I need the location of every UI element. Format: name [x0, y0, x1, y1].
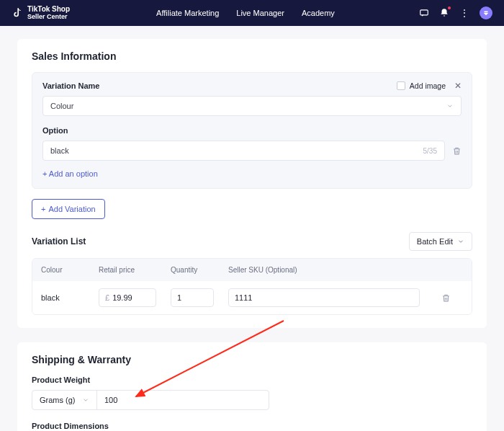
variation-name-value: Colour	[50, 102, 73, 110]
variation-name-select[interactable]: Colour	[42, 96, 462, 116]
chevron-down-icon	[457, 238, 464, 245]
weight-value: 100	[104, 396, 117, 404]
th-colour: Colour	[41, 266, 99, 274]
sales-title: Sales Information	[32, 50, 472, 62]
close-icon[interactable]: ✕	[454, 81, 462, 90]
product-weight-label: Product Weight	[32, 376, 472, 384]
price-input[interactable]: £ 19.99	[99, 288, 156, 307]
trash-icon[interactable]	[441, 293, 463, 303]
weight-unit-value: Grams (g)	[40, 396, 76, 404]
variation-name-label: Variation Name	[42, 81, 99, 90]
brand-title: TikTok Shop	[27, 6, 70, 13]
sku-value: 1111	[235, 293, 252, 302]
qty-value: 1	[177, 293, 181, 302]
chat-icon[interactable]	[419, 8, 429, 18]
product-dimensions-label: Product Dimensions	[32, 422, 472, 430]
svg-rect-0	[420, 10, 428, 15]
top-nav: TikTok Shop Seller Center Affiliate Mark…	[0, 0, 504, 26]
currency-symbol: £	[105, 293, 109, 302]
sales-information-card: Sales Information Variation Name Add ima…	[17, 39, 487, 328]
avatar[interactable]	[480, 6, 492, 19]
th-qty: Quantity	[171, 266, 228, 274]
th-price: Retail price	[99, 266, 171, 274]
tiktok-logo-icon	[12, 7, 23, 19]
bell-icon[interactable]	[439, 8, 449, 18]
table-row: black £ 19.99 1 1111	[32, 281, 472, 314]
batch-edit-label: Batch Edit	[417, 237, 453, 246]
nav-link-affiliate[interactable]: Affiliate Marketing	[156, 9, 219, 17]
shipping-warranty-card: Shipping & Warranty Product Weight Grams…	[17, 342, 487, 431]
brand-subtitle: Seller Center	[27, 13, 70, 20]
nav-link-live-manager[interactable]: Live Manager	[236, 9, 284, 17]
batch-edit-button[interactable]: Batch Edit	[409, 232, 472, 251]
cell-colour: black	[41, 293, 99, 302]
add-image-checkbox[interactable]: Add image	[397, 81, 446, 90]
chevron-down-icon	[446, 102, 454, 110]
checkbox-icon	[397, 81, 405, 90]
more-icon[interactable]: ⋮	[459, 8, 469, 18]
option-input[interactable]: black 5/35	[42, 141, 445, 161]
th-sku: Seller SKU (Optional)	[228, 266, 441, 274]
variation-list-title: Variation List	[32, 236, 86, 246]
add-option-button[interactable]: + Add an option	[42, 169, 462, 178]
option-char-counter: 5/35	[423, 147, 437, 155]
option-value-text: black	[50, 146, 69, 155]
add-variation-button[interactable]: + Add Variation	[32, 199, 105, 219]
trash-icon[interactable]	[452, 146, 462, 156]
nav-link-academy[interactable]: Academy	[302, 9, 335, 17]
option-label: Option	[42, 126, 462, 135]
weight-row: Grams (g) 100	[32, 390, 269, 410]
sku-input[interactable]: 1111	[228, 288, 420, 307]
table-header: Colour Retail price Quantity Seller SKU …	[32, 259, 472, 281]
qty-input[interactable]: 1	[171, 288, 214, 307]
variation-table: Colour Retail price Quantity Seller SKU …	[32, 258, 472, 315]
chevron-down-icon	[82, 396, 89, 404]
weight-unit-select[interactable]: Grams (g)	[32, 391, 97, 409]
price-value: 19.99	[112, 293, 132, 302]
plus-icon: +	[41, 205, 45, 213]
weight-input[interactable]: 100	[97, 391, 269, 409]
shipping-title: Shipping & Warranty	[32, 354, 472, 365]
notification-dot-icon	[448, 6, 451, 9]
variation-box: Variation Name Add image ✕ Colour Option	[32, 72, 472, 189]
brand[interactable]: TikTok Shop Seller Center	[12, 6, 70, 20]
add-image-label: Add image	[410, 81, 446, 90]
add-variation-label: Add Variation	[48, 205, 95, 213]
